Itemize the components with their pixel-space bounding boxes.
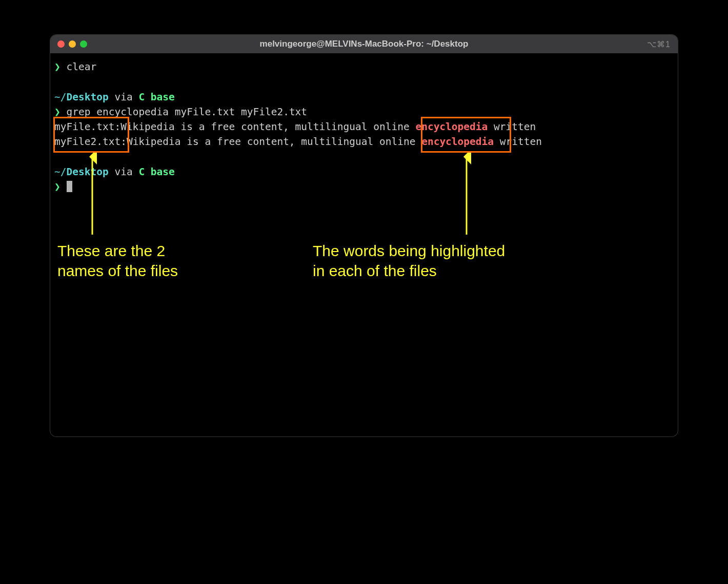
output-filename: myFile.txt: <box>54 121 120 133</box>
terminal-window: melvingeorge@MELVINs-MacBook-Pro: ~/Desk… <box>50 35 678 436</box>
shortcut-hint: ⌥⌘1 <box>647 39 671 49</box>
blank-line <box>54 74 674 89</box>
titlebar: melvingeorge@MELVINs-MacBook-Pro: ~/Desk… <box>50 35 678 53</box>
grep-match: encyclopedia <box>421 136 494 148</box>
blank-line <box>54 150 674 164</box>
prompt-symbol: ❯ <box>54 181 60 193</box>
annotation-text-filenames: These are the 2 names of the files <box>57 241 232 281</box>
cursor-icon <box>67 181 72 192</box>
via-text: via <box>109 91 139 103</box>
output-before: Wikipedia is a free content, multilingua… <box>127 136 421 148</box>
path-tilde: ~/ <box>54 91 66 103</box>
output-before: Wikipedia is a free content, multilingua… <box>120 121 415 133</box>
conda-env: base <box>151 91 175 103</box>
conda-env: base <box>151 166 175 178</box>
minimize-icon[interactable] <box>69 40 76 48</box>
prompt-path-line: ~/Desktop via C base <box>54 164 674 179</box>
conda-prefix: C <box>138 91 150 103</box>
output-filename: myFile2.txt: <box>54 136 127 148</box>
command-text: clear <box>67 61 97 73</box>
command-line: ❯ grep encyclopedia myFile.txt myFile2.t… <box>54 105 674 119</box>
cursor-line: ❯ <box>54 179 674 194</box>
output-after: written <box>494 136 542 148</box>
prompt-symbol: ❯ <box>54 61 60 73</box>
output-line: myFile2.txt:Wikipedia is a free content,… <box>54 134 674 149</box>
via-text: via <box>109 166 139 178</box>
maximize-icon[interactable] <box>80 40 87 48</box>
output-line: myFile.txt:Wikipedia is a free content, … <box>54 119 674 134</box>
window-title: melvingeorge@MELVINs-MacBook-Pro: ~/Desk… <box>50 39 678 49</box>
terminal-body[interactable]: ❯ clear ~/Desktop via C base ❯ grep ency… <box>50 53 678 200</box>
command-text: grep encyclopedia myFile.txt myFile2.txt <box>67 106 308 118</box>
prompt-path-line: ~/Desktop via C base <box>54 90 674 105</box>
grep-match: encyclopedia <box>415 121 488 133</box>
command-line: ❯ clear <box>54 59 674 74</box>
annotation-text-matches: The words being highlighted in each of t… <box>313 241 543 281</box>
traffic-lights <box>57 40 87 48</box>
path-tilde: ~/ <box>54 166 66 178</box>
path-desktop: Desktop <box>66 166 108 178</box>
close-icon[interactable] <box>57 40 65 48</box>
path-desktop: Desktop <box>66 91 108 103</box>
conda-prefix: C <box>138 166 150 178</box>
output-after: written <box>488 121 536 133</box>
prompt-symbol: ❯ <box>54 106 60 118</box>
